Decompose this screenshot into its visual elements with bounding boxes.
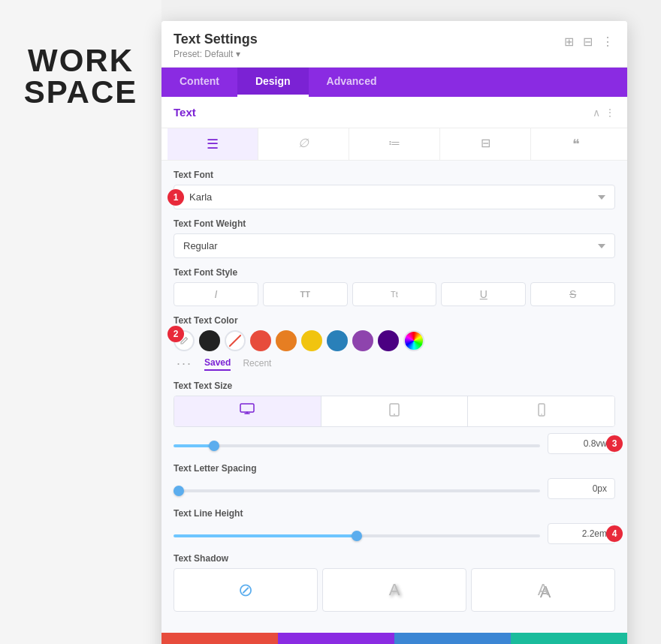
align-left-btn[interactable]: ☰ <box>168 128 258 160</box>
cancel-button[interactable]: ✕ <box>161 633 278 644</box>
undo-button[interactable]: ↺ <box>278 633 394 644</box>
strikethrough-btn[interactable]: S <box>530 282 615 306</box>
capitalize-btn[interactable]: Tt <box>352 282 437 306</box>
color-bottom-row: ··· Saved Recent <box>177 356 615 372</box>
text-size-slider-wrap <box>174 437 540 450</box>
section-header: Text ∧ ⋮ <box>161 97 627 128</box>
device-mobile-btn[interactable] <box>468 396 614 426</box>
color-tab-recent[interactable]: Recent <box>243 358 271 370</box>
badge-1: 1 <box>168 189 184 206</box>
format-toolbar: ☰ ∅ ≔ ⊟ ❝ <box>161 128 627 161</box>
section-more-icon[interactable]: ⋮ <box>605 107 615 119</box>
panel-body: Text ∧ ⋮ ☰ ∅ ≔ ⊟ ❝ Text Font 1 Karla Ari… <box>161 97 627 633</box>
more-options-icon[interactable]: ⋮ <box>600 33 615 50</box>
tab-advanced[interactable]: Advanced <box>309 68 395 97</box>
color-more-btn[interactable]: ··· <box>177 356 192 372</box>
color-yellow[interactable] <box>301 330 322 351</box>
settings-panel: Text Settings Preset: Default ▾ ⊞ ⊟ ⋮ Co… <box>161 21 627 644</box>
section-header-icons: ∧ ⋮ <box>593 107 615 119</box>
text-font-weight-select[interactable]: Regular Bold Light Medium <box>174 233 615 258</box>
text-font-label: Text Font <box>174 170 615 180</box>
color-tab-saved[interactable]: Saved <box>204 357 231 371</box>
color-red[interactable] <box>250 330 271 351</box>
letter-spacing-slider-row <box>174 478 615 499</box>
text-size-slider[interactable] <box>174 444 540 447</box>
settings-area: Text Font 1 Karla Arial Georgia Text Fon… <box>161 161 627 633</box>
color-blue[interactable] <box>327 330 348 351</box>
workspace-background: WORKSPACE <box>0 0 161 644</box>
bottom-bar: ✕ ↺ ↻ ✓ <box>161 633 627 644</box>
font-style-row: I TT Tt U S <box>174 282 615 306</box>
color-purple[interactable] <box>352 330 373 351</box>
unordered-list-btn[interactable]: ≔ <box>349 128 440 160</box>
ordered-list-btn[interactable]: ⊟ <box>440 128 531 160</box>
badge-2: 2 <box>168 326 184 342</box>
svg-point-4 <box>541 414 542 415</box>
tab-content[interactable]: Content <box>161 68 237 97</box>
device-row <box>174 396 615 427</box>
text-font-style-label: Text Font Style <box>174 267 615 278</box>
panel-header-icons: ⊞ ⊟ ⋮ <box>563 33 615 50</box>
text-font-weight-label: Text Font Weight <box>174 218 615 229</box>
color-black[interactable] <box>199 330 220 351</box>
text-shadow-label: Text Shadow <box>174 553 615 564</box>
line-height-slider-row: 4 <box>174 523 615 544</box>
line-height-value-wrap: 4 <box>548 523 615 544</box>
redo-button[interactable]: ↻ <box>394 633 511 644</box>
tab-design[interactable]: Design <box>237 68 309 97</box>
line-height-slider[interactable] <box>174 534 540 537</box>
uppercase-btn[interactable]: TT <box>263 282 348 306</box>
panel-header: Text Settings Preset: Default ▾ ⊞ ⊟ ⋮ <box>161 21 627 68</box>
device-tablet-btn[interactable] <box>321 396 469 426</box>
text-font-wrap: 1 Karla Arial Georgia <box>174 185 615 209</box>
underline-btn[interactable]: U <box>441 282 526 306</box>
workspace-logo: WORKSPACE <box>24 45 138 108</box>
text-size-input[interactable] <box>548 433 615 454</box>
text-shadow-row: ⊘ A A <box>174 568 615 612</box>
fullscreen-icon[interactable]: ⊞ <box>563 33 575 50</box>
text-size-slider-row: 3 <box>174 433 615 454</box>
section-title: Text <box>174 106 196 119</box>
badge-4: 4 <box>606 525 623 542</box>
color-orange[interactable] <box>276 330 297 351</box>
text-size-value-wrap: 3 <box>548 433 615 454</box>
text-font-select[interactable]: Karla Arial Georgia <box>174 185 615 209</box>
clear-format-btn[interactable]: ∅ <box>258 128 349 160</box>
grid-icon[interactable]: ⊟ <box>581 33 594 50</box>
color-swatch-row: 2 <box>174 330 615 351</box>
badge-3: 3 <box>606 435 623 452</box>
letter-spacing-slider-wrap <box>174 482 540 495</box>
letter-spacing-slider[interactable] <box>174 489 540 492</box>
save-button[interactable]: ✓ <box>511 633 627 644</box>
line-height-label: Text Line Height <box>174 508 615 519</box>
color-violet[interactable] <box>378 330 399 351</box>
letter-spacing-input[interactable] <box>548 478 615 499</box>
line-height-slider-wrap <box>174 527 540 540</box>
color-edit-wrap: 2 <box>174 330 195 351</box>
shadow-none-btn[interactable]: ⊘ <box>174 568 318 612</box>
shadow-hard-btn[interactable]: A <box>471 568 615 612</box>
text-color-label: Text Text Color <box>174 315 615 326</box>
collapse-icon[interactable]: ∧ <box>593 107 600 119</box>
svg-rect-0 <box>240 404 254 412</box>
text-size-label: Text Text Size <box>174 381 615 391</box>
italic-btn[interactable]: I <box>174 282 258 306</box>
shadow-soft-btn[interactable]: A <box>322 568 466 612</box>
color-transparent[interactable] <box>225 330 246 351</box>
panel-title: Text Settings <box>174 32 258 47</box>
quote-btn[interactable]: ❝ <box>531 128 621 160</box>
panel-title-group: Text Settings Preset: Default ▾ <box>174 32 258 59</box>
color-rainbow[interactable] <box>403 330 424 351</box>
line-height-input[interactable] <box>548 523 615 544</box>
device-desktop-btn[interactable] <box>174 396 321 426</box>
tabs-bar: Content Design Advanced <box>161 68 627 97</box>
svg-point-2 <box>394 414 395 415</box>
panel-preset[interactable]: Preset: Default ▾ <box>174 49 258 59</box>
letter-spacing-label: Text Letter Spacing <box>174 463 615 474</box>
